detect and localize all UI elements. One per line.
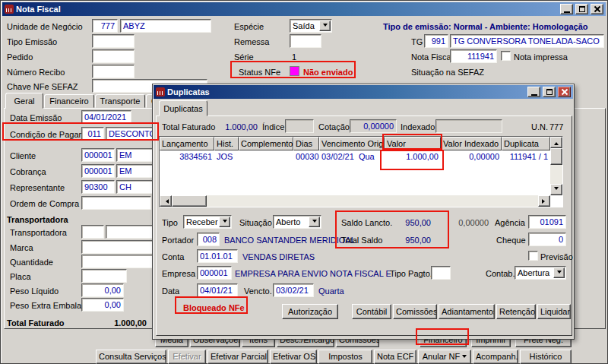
chevron-down-icon[interactable]: [219, 217, 230, 227]
minimize-button[interactable]: [560, 4, 573, 14]
horizontal-scroll-thumb[interactable]: [172, 195, 207, 207]
acompanh-button[interactable]: Acompanh.: [473, 350, 518, 364]
maximize-button[interactable]: [575, 4, 588, 14]
scroll-right-button[interactable]: [538, 195, 550, 207]
contabil-button[interactable]: Contábil: [352, 304, 391, 319]
nota-impressa-checkbox[interactable]: [501, 51, 511, 61]
close-button[interactable]: [591, 4, 603, 14]
ordem-compra-field[interactable]: [81, 196, 151, 210]
tg-code-field[interactable]: 991: [424, 34, 448, 48]
placa-field[interactable]: [81, 269, 127, 283]
numero-recibo-label: Número Recibo: [7, 67, 65, 78]
duplicatas-titlebar[interactable]: Duplicatas: [154, 85, 573, 99]
peso-extra-field[interactable]: 0,00: [81, 298, 124, 312]
transportadora-section-title: Transportadora: [7, 214, 68, 225]
historico-button[interactable]: Histórico: [520, 350, 572, 364]
peso-liquido-field[interactable]: 0,00: [81, 283, 124, 297]
data-field[interactable]: 04/01/21: [197, 283, 238, 297]
pedido-field[interactable]: [92, 49, 135, 63]
marca-label: Marca: [10, 242, 33, 253]
col-dias[interactable]: Dias: [293, 137, 319, 150]
efetivar-parcial-button[interactable]: Efetivar Parcial: [207, 350, 268, 364]
cliente-code-field[interactable]: 000001: [81, 148, 115, 162]
nota-fiscal-number-field[interactable]: 111941: [450, 49, 497, 63]
empresa-code-field[interactable]: 000001: [197, 266, 232, 280]
vencto-weekday: Quarta: [318, 286, 344, 296]
numero-recibo-field[interactable]: [92, 65, 135, 78]
maximize-button[interactable]: [543, 87, 556, 97]
nota-ecf-button[interactable]: Nota ECF: [374, 350, 416, 364]
minimize-button[interactable]: [527, 87, 540, 97]
triangle-glyph: [557, 271, 562, 276]
agencia-field[interactable]: 01091: [528, 215, 566, 229]
total-saldo-label: Total Saldo: [341, 235, 382, 245]
liquidar-button[interactable]: Liquidar: [537, 304, 571, 319]
grid-horizontal-scrollbar[interactable]: [160, 195, 550, 207]
col-valor-indexado[interactable]: Valor Indexado: [441, 137, 502, 150]
tab-transporte[interactable]: Transporte: [95, 94, 145, 108]
cheque-field[interactable]: 0: [528, 233, 566, 246]
conta-code-field[interactable]: 01.01.01: [197, 249, 238, 263]
tipo-select[interactable]: Receber: [183, 215, 232, 229]
scroll-left-button[interactable]: [160, 195, 172, 207]
autorizacao-button[interactable]: Autorização: [282, 304, 338, 319]
especie-label: Espécie: [234, 21, 264, 32]
tab-financeiro[interactable]: Financeiro: [44, 94, 94, 108]
peso-liquido-label: Peso Líquido: [10, 286, 59, 296]
indexado-field[interactable]: [435, 119, 502, 133]
total-faturado-value: 1.000,00: [212, 122, 258, 132]
saldo-lancto-indexado-value: 0,00000: [454, 217, 489, 228]
transportadora-code-field[interactable]: [81, 225, 104, 239]
tg-name-field[interactable]: TG CONVERSORA TONELADA-SACO: [450, 34, 604, 48]
duplicata-row[interactable]: 3834561 JOS 00030 03/02/21 Qua 1.000,00 …: [160, 150, 550, 163]
chevron-down-icon[interactable]: [553, 267, 565, 278]
col-complemento[interactable]: Complemento: [239, 137, 293, 150]
portador-code-field[interactable]: 008: [197, 233, 220, 246]
nota-fiscal-titlebar[interactable]: Nota Fiscal: [2, 2, 606, 16]
efetivar-button[interactable]: Efetivar: [168, 350, 206, 364]
efetivar-os-button[interactable]: Efetivar OS: [270, 350, 317, 364]
col-vencimento-orig[interactable]: Vencimento Orig: [319, 137, 385, 150]
chevron-down-icon[interactable]: [309, 217, 320, 227]
col-lancamento[interactable]: Lançamento: [160, 137, 214, 150]
remessa-field[interactable]: [290, 34, 321, 48]
saldo-lancto-value: 950,00: [401, 217, 431, 228]
col-valor[interactable]: Valor: [385, 137, 441, 150]
tipo-pagto-field[interactable]: [431, 266, 451, 280]
previsao-checkbox[interactable]: [528, 251, 538, 261]
close-button[interactable]: [558, 87, 571, 97]
situacao-select[interactable]: Aberto: [273, 215, 321, 229]
placa-label: Placa: [10, 271, 31, 282]
retencao-button[interactable]: Retenção: [496, 304, 536, 319]
scroll-down-button[interactable]: [550, 184, 562, 195]
tab-geral[interactable]: Geral: [5, 93, 43, 109]
comissoes-button[interactable]: Comissões: [393, 304, 437, 319]
anular-nf-button[interactable]: Anular NF: [418, 350, 471, 364]
condicao-pagamento-code-field[interactable]: 011: [81, 127, 104, 141]
tipo-emissao-field[interactable]: [92, 34, 135, 48]
representante-code-field[interactable]: 90300: [81, 180, 115, 194]
col-hist[interactable]: Hist.: [214, 137, 239, 150]
especie-select[interactable]: Saída: [290, 19, 332, 33]
quantidade-field[interactable]: [81, 255, 153, 268]
data-emissao-field[interactable]: 04/01/2021: [81, 110, 131, 124]
adiantamentos-button[interactable]: Adiantamentos: [439, 304, 495, 319]
cotacao-field[interactable]: 0,00000: [350, 119, 397, 133]
unidade-negocio-name-field[interactable]: ABYZ: [120, 19, 211, 33]
bloqueado-nfe-status: Bloqueado NFe: [183, 302, 245, 313]
tab-duplicatas[interactable]: Duplicatas: [159, 100, 207, 116]
indice-field[interactable]: [285, 119, 314, 133]
marca-field[interactable]: [81, 240, 153, 254]
vencto-field[interactable]: 03/02/21: [273, 283, 314, 297]
contab-select[interactable]: Abertura: [515, 266, 566, 280]
cobranca-label: Cobrança: [10, 166, 46, 177]
impostos-button[interactable]: Impostos: [318, 350, 372, 364]
vertical-scroll-thumb[interactable]: [550, 148, 562, 165]
unidade-negocio-code-field[interactable]: 777: [92, 19, 118, 33]
cobranca-code-field[interactable]: 000001: [81, 164, 115, 178]
chevron-down-icon[interactable]: [319, 21, 331, 31]
grid-vertical-scrollbar[interactable]: [550, 137, 562, 195]
scroll-up-button[interactable]: [550, 137, 562, 148]
col-duplicata[interactable]: Duplicata: [502, 137, 550, 150]
consulta-servicos-button[interactable]: Consulta Serviços: [96, 350, 166, 364]
